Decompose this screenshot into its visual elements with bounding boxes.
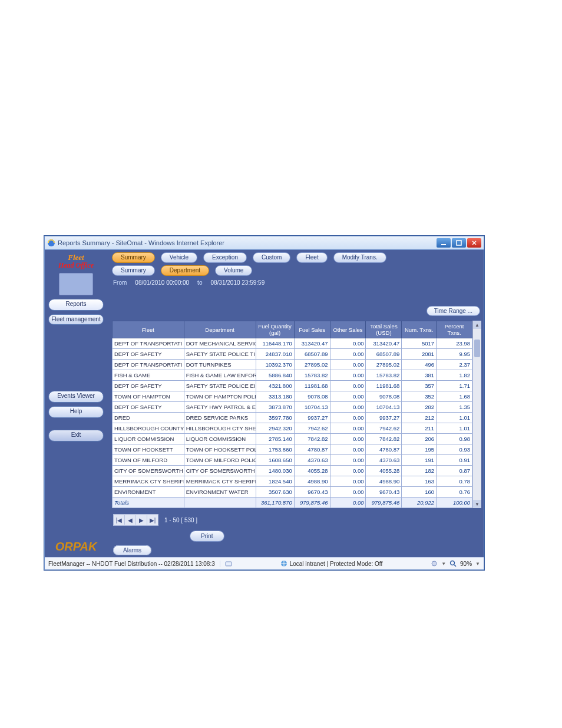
pager-row: |◀ ◀ ▶ ▶| 1 - 50 [ 530 ] bbox=[107, 512, 486, 528]
col-header[interactable]: Other Sales bbox=[330, 321, 366, 338]
pager-last[interactable]: ▶| bbox=[147, 515, 158, 525]
cell: 7942.62 bbox=[294, 423, 330, 434]
cell: 0.91 bbox=[437, 455, 472, 466]
tab-secondary-department[interactable]: Department bbox=[161, 265, 209, 276]
pager-first[interactable]: |◀ bbox=[114, 515, 125, 525]
pager-range: 1 - 50 [ 530 ] bbox=[164, 517, 197, 523]
cell: 15783.82 bbox=[294, 370, 330, 381]
table-row[interactable]: DEPT OF SAFETYSAFETY HWY PATROL & E3873.… bbox=[113, 402, 472, 413]
tab-primary-summary[interactable]: Summary bbox=[112, 252, 155, 263]
cell: 352 bbox=[402, 391, 437, 402]
cell: 9670.43 bbox=[366, 487, 402, 498]
zoom-icon[interactable] bbox=[449, 560, 457, 567]
table-row[interactable]: TOWN OF HOOKSETTTOWN OF HOOKSETT POL1753… bbox=[113, 444, 472, 455]
close-button[interactable] bbox=[467, 238, 481, 248]
maximize-button[interactable] bbox=[452, 238, 466, 248]
cell: HILLSBOROUGH CTY SHEI bbox=[184, 423, 256, 434]
cell: 0.00 bbox=[330, 402, 366, 413]
cell: 0.87 bbox=[437, 466, 472, 476]
cell: 0.00 bbox=[330, 476, 366, 487]
cell: 163 bbox=[402, 476, 437, 487]
pager: |◀ ◀ ▶ ▶| bbox=[113, 514, 158, 526]
cell: DEPT OF TRANSPORTATI bbox=[113, 360, 184, 370]
status-left: FleetManager -- NHDOT Fuel Distribution … bbox=[48, 561, 220, 567]
tab-primary-fleet[interactable]: Fleet bbox=[296, 252, 327, 263]
cell: 357 bbox=[402, 381, 437, 391]
table-row[interactable]: DEPT OF TRANSPORTATIDOT MECHANICAL SERVI… bbox=[113, 338, 472, 349]
status-bar: FleetManager -- NHDOT Fuel Distribution … bbox=[45, 557, 484, 569]
sidebar-reports[interactable]: Reports bbox=[48, 299, 104, 311]
table-row[interactable]: HILLSBOROUGH COUNTYHILLSBOROUGH CTY SHEI… bbox=[113, 423, 472, 434]
tab-primary-exception[interactable]: Exception bbox=[203, 252, 247, 263]
settings-icon[interactable] bbox=[431, 560, 438, 567]
table-row[interactable]: DEPT OF TRANSPORTATIDOT TURNPIKES10392.3… bbox=[113, 360, 472, 370]
zoom-dropdown-icon[interactable]: ▼ bbox=[475, 561, 480, 566]
pager-prev[interactable]: ◀ bbox=[125, 515, 136, 525]
tab-secondary-summary[interactable]: Summary bbox=[112, 265, 155, 276]
vertical-scrollbar[interactable]: ▲ ▼ bbox=[472, 321, 481, 508]
col-header[interactable]: Fleet bbox=[113, 321, 184, 338]
sidebar-events-viewer[interactable]: Events Viewer bbox=[48, 391, 104, 403]
cell: 9078.08 bbox=[366, 391, 402, 402]
cell: TOWN OF HOOKSETT bbox=[113, 444, 184, 455]
to-label: to bbox=[197, 279, 202, 286]
cell: 7842.82 bbox=[294, 434, 330, 444]
alarms-button[interactable]: Alarms bbox=[113, 545, 151, 555]
table-row[interactable]: LIQUOR COMMISSIONLIQUOR COMMISSION2785.1… bbox=[113, 434, 472, 444]
pager-next[interactable]: ▶ bbox=[136, 515, 147, 525]
tab-primary-modify-trans-[interactable]: Modify Trans. bbox=[333, 252, 386, 263]
cell: 0.00 bbox=[330, 455, 366, 466]
tab-primary-custom[interactable]: Custom bbox=[253, 252, 290, 263]
cell: 68507.89 bbox=[294, 349, 330, 360]
cell: DEPT OF SAFETY bbox=[113, 381, 184, 391]
cell: 3507.630 bbox=[256, 487, 294, 498]
date-range-row: From 08/01/2010 00:00:00 to 08/31/2010 2… bbox=[107, 276, 486, 287]
col-header[interactable]: Department bbox=[184, 321, 256, 338]
table-row[interactable]: CITY OF SOMERSWORTHCITY OF SOMERSWORTH14… bbox=[113, 466, 472, 476]
totals-cell: 0.00 bbox=[330, 498, 366, 508]
cell: 1824.540 bbox=[256, 476, 294, 487]
table-row[interactable]: ENVIRONMENTENVIRONMENT WATER3507.6309670… bbox=[113, 487, 472, 498]
cell: 9937.27 bbox=[366, 413, 402, 423]
table-row[interactable]: FISH & GAMEFISH & GAME LAW ENFOR5886.840… bbox=[113, 370, 472, 381]
minimize-button[interactable] bbox=[437, 238, 451, 248]
col-header[interactable]: Num. Txns. bbox=[402, 321, 437, 338]
cell: 313420.47 bbox=[366, 338, 402, 349]
sidebar-help[interactable]: Help bbox=[48, 406, 104, 418]
scroll-up-button[interactable]: ▲ bbox=[473, 321, 481, 329]
brand-line2: Head Office bbox=[58, 262, 94, 269]
cell: 7942.62 bbox=[366, 423, 402, 434]
settings-dropdown-icon[interactable]: ▼ bbox=[441, 561, 446, 566]
sidebar-fleet-management[interactable]: Fleet management bbox=[48, 314, 104, 325]
cell: TOWN OF HOOKSETT POL bbox=[184, 444, 256, 455]
cell: 0.98 bbox=[437, 434, 472, 444]
table-row[interactable]: TOWN OF MILFORDTOWN OF MILFORD POLIC1608… bbox=[113, 455, 472, 466]
scroll-thumb[interactable] bbox=[474, 340, 480, 357]
table-row[interactable]: DEPT OF SAFETYSAFETY STATE POLICE TI2483… bbox=[113, 349, 472, 360]
print-button[interactable]: Print bbox=[190, 531, 224, 542]
tab-secondary-volume[interactable]: Volume bbox=[215, 265, 252, 276]
col-header[interactable]: Fuel Quantity (gal) bbox=[256, 321, 294, 338]
cell: 1753.860 bbox=[256, 444, 294, 455]
cell: 0.00 bbox=[330, 487, 366, 498]
scroll-down-button[interactable]: ▼ bbox=[473, 500, 481, 508]
table-row[interactable]: DREDDRED SERVICE PARKS3597.7809937.270.0… bbox=[113, 413, 472, 423]
cell: CITY OF SOMERSWORTH bbox=[184, 466, 256, 476]
cell: LIQUOR COMMISSION bbox=[184, 434, 256, 444]
cell: FISH & GAME bbox=[113, 370, 184, 381]
col-header[interactable]: Percent Txns. bbox=[437, 321, 472, 338]
cell: LIQUOR COMMISSION bbox=[113, 434, 184, 444]
col-header[interactable]: Fuel Sales bbox=[294, 321, 330, 338]
sidebar-exit[interactable]: Exit bbox=[48, 430, 104, 442]
table-row[interactable]: TOWN OF HAMPTONTOWN OF HAMPTON POLI3313.… bbox=[113, 391, 472, 402]
table-row[interactable]: MERRIMACK CTY SHERIFFMERRIMACK CTY SHERI… bbox=[113, 476, 472, 487]
table-row[interactable]: DEPT OF SAFETYSAFETY STATE POLICE EI4321… bbox=[113, 381, 472, 391]
col-header[interactable]: Total Sales (USD) bbox=[366, 321, 402, 338]
svg-line-7 bbox=[454, 565, 456, 566]
tab-primary-vehicle[interactable]: Vehicle bbox=[161, 252, 197, 263]
cell: 9078.08 bbox=[294, 391, 330, 402]
cell: DEPT OF TRANSPORTATI bbox=[113, 338, 184, 349]
time-range-button[interactable]: Time Range ... bbox=[427, 306, 480, 316]
cell: 182 bbox=[402, 466, 437, 476]
from-value: 08/01/2010 00:00:00 bbox=[135, 279, 189, 286]
